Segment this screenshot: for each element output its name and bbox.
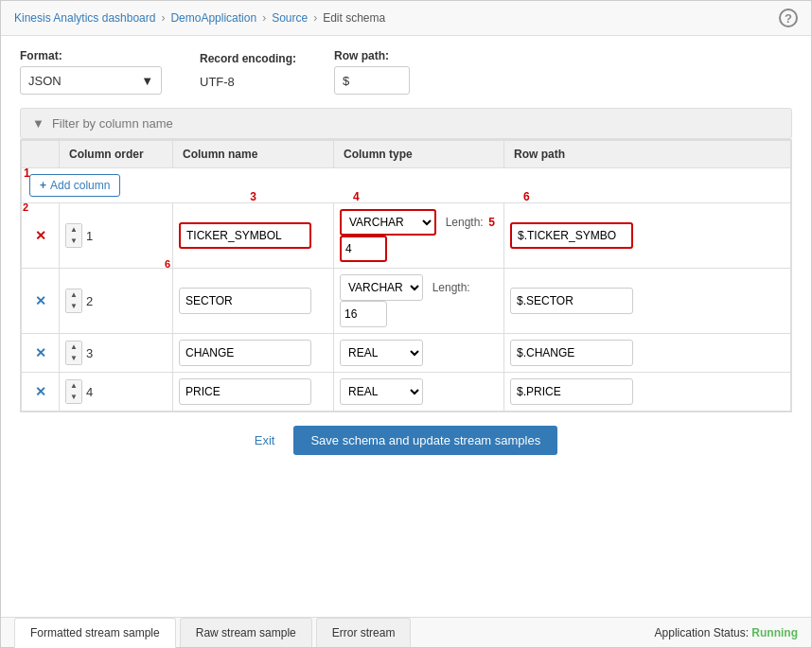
- row-path-input-4[interactable]: [510, 378, 633, 405]
- arrow-up-4[interactable]: ▲: [66, 380, 81, 392]
- annotation-6a: 6: [165, 258, 170, 270]
- delete-button-4[interactable]: ✕: [31, 382, 50, 401]
- arrow-up-1[interactable]: ▲: [66, 224, 81, 236]
- format-field: Format: JSON ▼: [20, 49, 162, 95]
- annotation-3: 3: [250, 190, 256, 203]
- save-button[interactable]: Save schema and update stream samples: [293, 426, 557, 455]
- delete-cell-2: ✕: [22, 269, 60, 334]
- annotation-2: 2: [23, 201, 28, 213]
- annotation-5: 5: [488, 216, 495, 229]
- th-col-type: Column type: [334, 141, 504, 168]
- name-cell-3: [173, 334, 334, 373]
- app-status-label: Application Status:: [655, 626, 749, 639]
- col-type-select-1[interactable]: VARCHAR REAL INTEGER BOOLEAN DOUBLE BIGI…: [340, 209, 436, 236]
- delete-cell-4: ✕: [22, 373, 60, 412]
- type-cell-4: VARCHAR REAL INTEGER: [334, 373, 504, 412]
- th-col-name: Column name: [173, 141, 334, 168]
- add-column-cell: 1 + Add column: [22, 168, 791, 203]
- encoding-field: Record encoding: UTF-8: [200, 52, 296, 95]
- app-status: Application Status: Running: [655, 619, 798, 647]
- delete-button-1[interactable]: ✕: [31, 226, 50, 245]
- order-cell-3: ▲ ▼ 3: [60, 334, 173, 373]
- table-row: ✕ ▲ ▼ 4: [22, 373, 791, 412]
- format-label: Format:: [20, 49, 162, 62]
- length-label-1: Length:: [446, 216, 484, 229]
- rowpath-cell-3: [504, 334, 791, 373]
- order-cell-1: 6 ▲ ▼ 1: [60, 203, 173, 269]
- exit-button[interactable]: Exit: [255, 433, 275, 447]
- tab-error-stream[interactable]: Error stream: [316, 618, 412, 647]
- rowpath-label: Row path:: [334, 49, 410, 62]
- row-path-input-1[interactable]: [510, 222, 633, 249]
- col-name-input-4[interactable]: [179, 378, 311, 405]
- order-cell-2: ▲ ▼ 2: [60, 269, 173, 334]
- rowpath-cell-2: [504, 269, 791, 334]
- add-column-label: Add column: [50, 179, 110, 192]
- sep1: ›: [161, 11, 165, 25]
- arrow-group-1: ▲ ▼: [65, 223, 82, 247]
- order-cell-4: ▲ ▼ 4: [60, 373, 173, 412]
- arrow-group-3: ▲ ▼: [65, 341, 82, 364]
- annotation-1: 1: [24, 166, 30, 180]
- format-chevron-icon: ▼: [141, 74, 153, 88]
- rowpath-cell-4: [504, 373, 791, 412]
- arrow-down-4[interactable]: ▼: [66, 392, 81, 403]
- rowpath-cell-1: 6: [504, 203, 791, 269]
- name-cell-1: 3: [173, 203, 334, 269]
- breadcrumb-source[interactable]: Source: [272, 11, 308, 25]
- col-type-select-3[interactable]: VARCHAR REAL INTEGER: [340, 340, 423, 366]
- rowpath-field: Row path:: [334, 49, 410, 95]
- order-num-4: 4: [86, 385, 93, 399]
- col-length-input-1[interactable]: [340, 236, 387, 262]
- app-status-value: Running: [751, 626, 798, 639]
- type-cell-2: VARCHAR REAL INTEGER Length:: [334, 269, 504, 334]
- row-path-input-2[interactable]: [510, 288, 633, 314]
- delete-cell-1: 2 ✕: [22, 203, 60, 269]
- add-column-button[interactable]: + Add column: [29, 174, 120, 197]
- order-num-2: 2: [86, 294, 93, 308]
- action-row: Exit Save schema and update stream sampl…: [20, 412, 792, 464]
- sep3: ›: [313, 11, 317, 25]
- col-name-input-3[interactable]: [179, 340, 311, 366]
- col-type-select-2[interactable]: VARCHAR REAL INTEGER: [340, 274, 423, 301]
- row-path-input-3[interactable]: [510, 340, 633, 366]
- filter-input[interactable]: [52, 116, 336, 131]
- plus-icon: +: [40, 179, 46, 192]
- th-actions: [22, 141, 60, 168]
- format-value: JSON: [28, 74, 62, 88]
- bottom-tabs: Formatted stream sample Raw stream sampl…: [1, 617, 811, 647]
- filter-bar: ▼: [20, 108, 792, 139]
- col-name-input-2[interactable]: [179, 288, 311, 314]
- arrow-down-2[interactable]: ▼: [66, 301, 81, 312]
- arrow-up-2[interactable]: ▲: [66, 289, 81, 301]
- col-name-input-1[interactable]: [179, 222, 311, 249]
- arrow-down-3[interactable]: ▼: [66, 353, 81, 364]
- breadcrumb-demo[interactable]: DemoApplication: [170, 11, 256, 25]
- delete-button-2[interactable]: ✕: [31, 291, 50, 310]
- order-num-3: 3: [86, 346, 93, 360]
- format-select[interactable]: JSON ▼: [20, 66, 162, 95]
- annotation-4: 4: [353, 190, 360, 203]
- order-num-1: 1: [86, 229, 93, 243]
- rowpath-input[interactable]: [334, 66, 410, 95]
- breadcrumb: Kinesis Analytics dashboard › DemoApplic…: [1, 1, 811, 36]
- arrow-down-1[interactable]: ▼: [66, 236, 81, 247]
- help-icon[interactable]: ?: [779, 9, 798, 27]
- encoding-value: UTF-8: [200, 69, 296, 95]
- order-cell-inner-2: ▲ ▼ 2: [65, 289, 167, 312]
- table-row: 2 ✕ 6 ▲ ▼ 1: [22, 203, 791, 269]
- tab-raw-stream[interactable]: Raw stream sample: [180, 618, 312, 647]
- schema-table-wrapper: Column order Column name Column type Row…: [20, 139, 792, 412]
- name-cell-4: [173, 373, 334, 412]
- table-row: ✕ ▲ ▼ 2: [22, 269, 791, 334]
- arrow-group-2: ▲ ▼: [65, 289, 82, 312]
- tab-formatted-stream[interactable]: Formatted stream sample: [14, 618, 176, 648]
- delete-cell-3: ✕: [22, 334, 60, 373]
- arrow-up-3[interactable]: ▲: [66, 342, 81, 353]
- order-cell-inner-4: ▲ ▼ 4: [65, 379, 167, 403]
- breadcrumb-kinesis[interactable]: Kinesis Analytics dashboard: [14, 11, 155, 25]
- col-length-input-2[interactable]: [340, 301, 387, 327]
- col-type-select-4[interactable]: VARCHAR REAL INTEGER: [340, 378, 423, 405]
- name-cell-2: [173, 269, 334, 334]
- delete-button-3[interactable]: ✕: [31, 343, 50, 362]
